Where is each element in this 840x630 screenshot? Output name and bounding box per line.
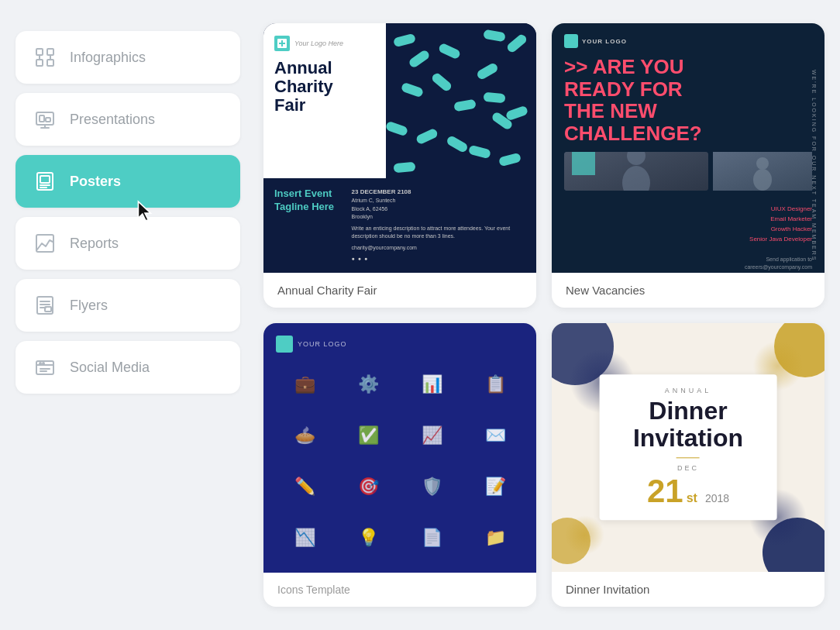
svg-rect-9: [40, 115, 44, 122]
vacancies-headline: >> ARE YOUREADY FORTHE NEWCHALLENGE?: [564, 56, 812, 144]
charity-details: 23 DECEMBER 2108 Atrium C, Suntech Block…: [352, 188, 525, 263]
sidebar-item-social-media-label: Social Media: [70, 360, 150, 376]
svg-point-29: [622, 166, 650, 191]
dinner-day: 21: [647, 475, 683, 508]
card-annual-charity-fair[interactable]: Your Logo Here AnnualCharityFair: [263, 23, 536, 308]
sidebar-item-infographics[interactable]: Infographics: [15, 31, 240, 84]
vacancies-footer: Send application to careers@yourcompany.…: [552, 251, 825, 273]
charity-social-icons: ● ● ●: [352, 255, 525, 263]
sidebar-item-flyers-label: Flyers: [70, 298, 108, 314]
grid-icon-graph: 📉: [294, 528, 315, 548]
grid-icon-check: ✅: [358, 425, 379, 446]
sidebar: Infographics Presentations: [15, 23, 256, 607]
card-icons-template-label: Icons Template: [263, 573, 536, 607]
grid-icon-doc: 📄: [422, 528, 442, 548]
vacancies-photo-main: [564, 152, 708, 191]
card-annual-charity-fair-image: Your Logo Here AnnualCharityFair: [263, 23, 536, 273]
icons-grid: 💼 ⚙️ 📊 📋 🥧 ✅ 📈 ✉️ ✏️ 🎯 �: [276, 362, 524, 561]
card-dinner-invitation-label: Dinner Invitation: [552, 572, 825, 607]
sidebar-item-presentations-label: Presentations: [70, 112, 155, 128]
flyers-icon: [33, 293, 57, 318]
vacancies-photo-small: [713, 152, 812, 191]
reports-icon: [33, 231, 57, 256]
dinner-dec-text: DEC: [609, 464, 768, 472]
charity-logo-text: Your Logo Here: [294, 40, 343, 47]
dinner-annual-text: ANNUAL: [609, 387, 768, 395]
charity-date: 23 DECEMBER 2108: [352, 188, 525, 197]
svg-rect-0: [36, 49, 43, 55]
vac-role-0: UIUX Designer: [689, 205, 812, 215]
dinner-watercolor-4: [563, 514, 606, 556]
card-new-vacancies-label: New Vacancies: [552, 273, 825, 308]
charity-title: AnnualCharityFair: [274, 59, 375, 115]
charity-description: Write an enticing description to attract…: [352, 225, 525, 241]
card-icons-template[interactable]: YOUR LOGO 💼 ⚙️ 📊 📋 🥧 ✅ 📈 ✉️: [263, 323, 536, 608]
grid-icon-shield: 🛡️: [422, 477, 442, 497]
sidebar-item-social-media[interactable]: Social Media: [15, 341, 240, 394]
card-annual-charity-fair-label: Annual Charity Fair: [263, 273, 536, 308]
dinner-inner-card: ANNUAL DinnerInvitation DEC 21 st 2018: [600, 375, 777, 520]
card-new-vacancies-image: YOUR LOGO >> ARE YOUREADY FORTHE NEWCHAL…: [552, 23, 825, 273]
icons-logo-text: YOUR LOGO: [298, 340, 347, 348]
card-new-vacancies[interactable]: YOUR LOGO >> ARE YOUREADY FORTHE NEWCHAL…: [552, 23, 825, 308]
svg-rect-23: [40, 363, 41, 364]
sidebar-item-presentations[interactable]: Presentations: [15, 93, 240, 146]
charity-tagline: Insert Event Tagline Here: [274, 188, 341, 214]
svg-rect-1: [47, 49, 53, 55]
dinner-divider: [676, 457, 700, 458]
dinner-sup: st: [687, 491, 697, 505]
card-icons-template-image: YOUR LOGO 💼 ⚙️ 📊 📋 🥧 ✅ 📈 ✉️: [263, 323, 536, 573]
grid-icon-target: 🎯: [358, 477, 379, 497]
card-dinner-invitation[interactable]: ANNUAL DinnerInvitation DEC 21 st 2018 D…: [552, 323, 825, 608]
poster-icons: YOUR LOGO 💼 ⚙️ 📊 📋 🥧 ✅ 📈 ✉️: [263, 323, 536, 573]
dinner-title: DinnerInvitation: [609, 398, 768, 453]
grid-icon-bar: 📈: [422, 425, 442, 446]
content-grid: Your Logo Here AnnualCharityFair: [256, 23, 825, 607]
grid-icon-clipboard: 📋: [485, 374, 506, 394]
main-container: Infographics Presentations: [0, 0, 840, 630]
charity-address: Block A, 62456: [352, 205, 525, 214]
cursor-icon: [136, 200, 154, 223]
grid-icon-settings: ⚙️: [358, 374, 379, 394]
vacancies-side-text: WE'RE LOOKING FOR OUR NEXT TEAM MEMBERS: [811, 70, 817, 262]
svg-rect-20: [45, 307, 51, 312]
svg-rect-12: [40, 176, 50, 183]
charity-email: charity@yourcompany.com: [352, 244, 525, 253]
grid-icon-mail: ✉️: [485, 425, 506, 446]
grid-icon-pie: 🥧: [294, 425, 315, 446]
vac-role-3: Senior Java Developer: [689, 235, 812, 245]
charity-city: Brooklyn: [352, 213, 525, 222]
presentations-icon: [33, 107, 57, 132]
charity-venue: Atrium C, Suntech: [352, 197, 525, 205]
sidebar-item-posters-label: Posters: [70, 174, 121, 190]
social-media-icon: [33, 355, 57, 380]
vac-role-2: Growth Hacker: [689, 225, 812, 235]
poster-dinner: ANNUAL DinnerInvitation DEC 21 st 2018: [552, 323, 825, 573]
poster-vacancies: YOUR LOGO >> ARE YOUREADY FORTHE NEWCHAL…: [552, 23, 825, 273]
sidebar-item-reports-label: Reports: [70, 236, 119, 252]
icons-logo: YOUR LOGO: [276, 336, 524, 353]
grid-icon-bulb: 💡: [358, 528, 379, 548]
poster-charity-fair: Your Logo Here AnnualCharityFair: [263, 23, 536, 273]
grid-icon-folder: 📁: [485, 528, 506, 548]
posters-icon: [33, 169, 57, 194]
card-dinner-invitation-image: ANNUAL DinnerInvitation DEC 21 st 2018: [552, 323, 825, 573]
grid-icon-list: 📝: [485, 477, 506, 497]
grid-icon-pencil: ✏️: [294, 477, 315, 497]
svg-point-28: [627, 152, 645, 165]
sidebar-item-infographics-label: Infographics: [70, 50, 146, 66]
grid-icon-chart: 📊: [422, 374, 442, 394]
vacancies-roles: UIUX Designer Email Marketer Growth Hack…: [552, 198, 825, 250]
dinner-year: 2018: [705, 492, 729, 504]
sidebar-item-reports[interactable]: Reports: [15, 217, 240, 270]
vacancies-email: careers@yourcompany.com: [564, 263, 812, 272]
svg-rect-24: [43, 363, 44, 364]
sidebar-item-posters[interactable]: Posters: [15, 155, 240, 208]
vacancies-logo-text: YOUR LOGO: [582, 38, 627, 45]
svg-point-30: [756, 157, 769, 170]
svg-point-31: [753, 169, 772, 191]
sidebar-item-flyers[interactable]: Flyers: [15, 279, 240, 332]
squiggle-pattern: [386, 23, 536, 178]
svg-rect-2: [36, 60, 43, 66]
vac-role-1: Email Marketer: [689, 215, 812, 225]
